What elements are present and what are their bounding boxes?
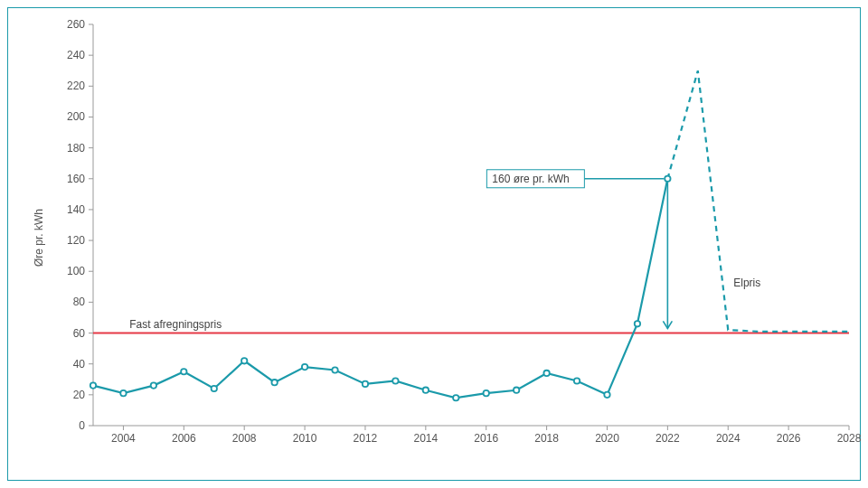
x-tick-label: 2018 bbox=[534, 432, 559, 445]
x-tick-label: 2020 bbox=[595, 432, 619, 445]
y-tick-label: 180 bbox=[67, 142, 85, 155]
data-marker bbox=[484, 390, 489, 396]
series-elpris-forecast bbox=[667, 70, 849, 332]
y-tick-label: 200 bbox=[67, 110, 85, 123]
x-tick-label: 2008 bbox=[232, 432, 257, 445]
series-elpris-markers bbox=[90, 176, 671, 401]
y-tick-label: 40 bbox=[73, 358, 86, 371]
data-marker bbox=[604, 392, 609, 398]
data-marker bbox=[212, 386, 217, 391]
data-marker bbox=[543, 371, 549, 376]
data-marker bbox=[665, 176, 670, 182]
data-marker bbox=[120, 390, 126, 396]
x-tick-label: 2014 bbox=[413, 432, 438, 445]
data-marker bbox=[635, 321, 640, 326]
data-marker bbox=[453, 395, 458, 400]
y-tick-label: 20 bbox=[73, 389, 86, 401]
y-tick-label: 220 bbox=[67, 80, 85, 92]
data-marker bbox=[574, 378, 580, 383]
y-tick-label: 100 bbox=[67, 265, 85, 277]
x-axis: 2004200620082010201220142016201820202022… bbox=[93, 426, 862, 445]
chart-frame: 020406080100120140160180200220240260 200… bbox=[7, 7, 861, 481]
x-tick-label: 2006 bbox=[172, 432, 196, 445]
x-tick-label: 2024 bbox=[716, 432, 741, 445]
y-tick-label: 0 bbox=[79, 419, 85, 432]
y-tick-label: 80 bbox=[73, 296, 86, 308]
series-label-elpris: Elpris bbox=[733, 277, 760, 289]
data-marker bbox=[363, 381, 368, 387]
x-tick-label: 2022 bbox=[656, 432, 680, 445]
x-tick-label: 2004 bbox=[111, 432, 136, 445]
callout-160: 160 øre pr. kWh bbox=[486, 170, 672, 329]
y-tick-label: 120 bbox=[67, 234, 85, 247]
y-axis-title: Øre pr. kWh bbox=[33, 209, 45, 267]
data-marker bbox=[514, 388, 519, 393]
x-tick-label: 2016 bbox=[474, 432, 498, 445]
y-tick-label: 240 bbox=[67, 49, 85, 61]
line-chart: 020406080100120140160180200220240260 200… bbox=[8, 8, 862, 482]
x-tick-label: 2010 bbox=[293, 432, 317, 445]
y-tick-label: 60 bbox=[73, 327, 86, 340]
y-tick-label: 260 bbox=[67, 18, 85, 31]
data-marker bbox=[423, 388, 429, 393]
data-marker bbox=[302, 364, 307, 370]
data-marker bbox=[271, 380, 277, 385]
series-elpris-historical bbox=[93, 179, 667, 398]
svg-text:160 øre pr. kWh: 160 øre pr. kWh bbox=[492, 173, 569, 185]
data-marker bbox=[392, 378, 398, 383]
data-marker bbox=[151, 382, 156, 388]
y-tick-label: 160 bbox=[67, 173, 85, 185]
x-tick-label: 2012 bbox=[354, 432, 378, 445]
data-marker bbox=[181, 369, 186, 374]
reference-line-label: Fast afregningspris bbox=[129, 318, 222, 331]
data-marker bbox=[90, 382, 96, 388]
data-marker bbox=[241, 358, 247, 363]
data-marker bbox=[332, 367, 337, 372]
x-tick-label: 2028 bbox=[837, 432, 862, 445]
y-tick-label: 140 bbox=[67, 203, 85, 216]
y-axis: 020406080100120140160180200220240260 bbox=[67, 18, 93, 432]
x-tick-label: 2026 bbox=[777, 432, 801, 445]
